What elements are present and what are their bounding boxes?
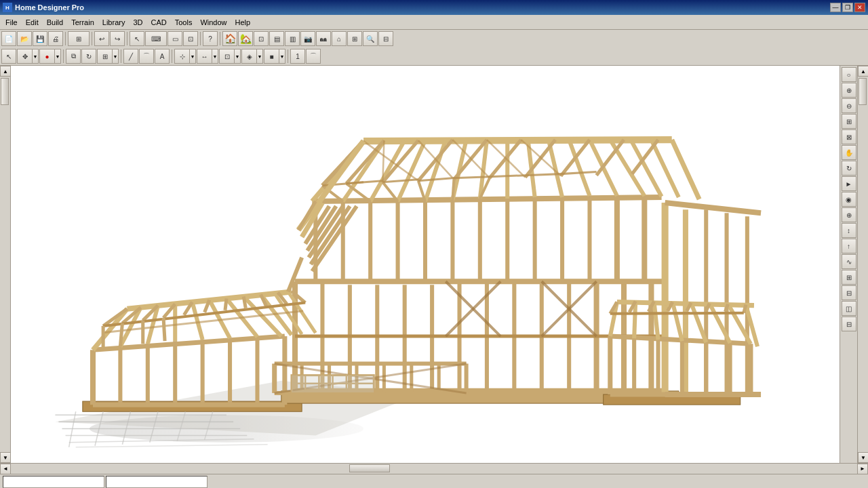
menu-window[interactable]: Window [196,17,231,28]
t-zoom[interactable]: ⊡ [219,49,234,64]
zoom-out-button[interactable]: ⊖ [842,98,856,113]
house2-button[interactable]: 🏘 [316,31,331,46]
walk-button[interactable]: ► [842,176,856,191]
roof2-button[interactable]: ⊟ [842,317,856,331]
t-circle[interactable]: ● [39,49,54,64]
vscroll-thumb2[interactable] [859,78,867,105]
t-move-arrow[interactable]: ▼ [32,49,39,64]
t-wave[interactable]: ⌒ [306,49,321,64]
detail-button[interactable]: 🔍 [363,31,378,46]
t-color-arrow[interactable]: ▼ [279,49,285,64]
t-line[interactable]: ╱ [123,49,138,64]
app-icon: H [3,3,12,12]
floor2-button[interactable]: ⊟ [842,285,856,300]
t-grid-dropdown: ⊞ ▼ [97,49,119,64]
room-button[interactable]: ⊡ [183,31,198,46]
status-field-2 [106,476,208,488]
look-button[interactable]: ↕ [842,223,856,238]
vscroll-thumb[interactable] [1,78,9,105]
fit-screen-button[interactable]: ⊞ [842,114,856,129]
vscroll-up-button[interactable]: ▲ [0,66,11,77]
menu-build[interactable]: Build [43,17,67,28]
print-button[interactable]: 🖨 [48,31,63,46]
camera2-button[interactable]: ⊕ [842,207,856,222]
t-color[interactable]: ■ [264,49,279,64]
t-dim-arrow[interactable]: ▼ [212,49,218,64]
t-move[interactable]: ✥ [17,49,32,64]
t-circle-arrow[interactable]: ▼ [54,49,61,64]
open-button[interactable]: 📂 [17,31,32,46]
t-zoom-arrow[interactable]: ▼ [234,49,241,64]
orbit-button[interactable]: ↻ [842,161,856,176]
minimize-button[interactable]: — [830,3,841,12]
vscroll-down2-button[interactable]: ▼ [858,452,868,463]
camera-button[interactable]: 📷 [300,31,315,46]
t-snap[interactable]: ⊹ [174,49,189,64]
svg-line-87 [526,174,561,176]
svg-line-169 [610,313,744,314]
t-grid-arrow[interactable]: ▼ [112,49,119,64]
restore-button[interactable]: ❐ [842,3,853,12]
menu-file[interactable]: File [1,17,22,28]
hscroll-right-button[interactable]: ► [857,464,868,474]
house-ext-button[interactable]: 🏠 [222,31,237,46]
hscroll-thumb[interactable] [349,464,390,472]
view-circle-button[interactable]: ○ [842,67,856,82]
t-grid[interactable]: ⊞ [97,49,112,64]
arch-button[interactable]: ⌨ [145,31,167,46]
wall2-button[interactable]: ◫ [842,301,856,316]
section-button[interactable]: ▥ [285,31,300,46]
wave-button[interactable]: ∿ [842,254,856,269]
plan-view-button[interactable]: ⊞ [68,31,90,46]
vscroll-down-button[interactable]: ▼ [0,452,11,463]
roof-view-button[interactable]: ⌂ [332,31,347,46]
t-layer[interactable]: ◈ [241,49,256,64]
t-num[interactable]: 1 [290,49,305,64]
floor-plan-button[interactable]: ⊡ [254,31,269,46]
zoom-in-button[interactable]: ⊕ [842,83,856,98]
menu-terrain[interactable]: Terrain [67,17,98,28]
right-sidebar: ○ ⊕ ⊖ ⊞ ⊠ ✋ ↻ ► ◉ ⊕ ↕ ↑ ∿ ⊞ ⊟ ◫ ⊟ [840,66,857,463]
extents-button[interactable]: ⊠ [842,129,856,144]
menu-tools[interactable]: Tools [171,17,197,28]
layout-button[interactable]: ⊟ [378,31,393,46]
t-rotate[interactable]: ↻ [81,49,96,64]
dolly-button[interactable]: ◉ [842,192,856,207]
close-button[interactable]: ✕ [854,3,865,12]
t-text[interactable]: A [155,49,170,64]
t-copy[interactable]: ⧉ [66,49,81,64]
statusbar [0,474,868,488]
undo-button[interactable]: ↩ [94,31,109,46]
menu-edit[interactable]: Edit [22,17,43,28]
t-layer-arrow[interactable]: ▼ [256,49,263,64]
t-layer-dropdown: ◈ ▼ [241,49,263,64]
menu-cad[interactable]: CAD [146,17,170,28]
t-arc[interactable]: ⌒ [139,49,154,64]
new-button[interactable]: 📄 [1,31,16,46]
elevation-button[interactable]: ▤ [269,31,284,46]
pan-tool-button[interactable]: ✋ [842,145,856,160]
menu-3d[interactable]: 3D [129,17,146,28]
move-up-button[interactable]: ↑ [842,239,856,253]
framing-button[interactable]: ⊞ [347,31,362,46]
t-snap-dropdown: ⊹ ▼ [174,49,196,64]
vscroll-track2 [858,77,868,452]
grid2-button[interactable]: ⊞ [842,270,856,285]
menu-help[interactable]: Help [231,17,255,28]
sep3 [127,32,127,45]
vscrollbar-left: ▲ ▼ [0,66,11,463]
t-snap-arrow[interactable]: ▼ [189,49,196,64]
wall-button[interactable]: ▭ [167,31,182,46]
pointer-button[interactable]: ↖ [130,31,144,46]
house-int-button[interactable]: 🏡 [238,31,253,46]
save-button[interactable]: 💾 [33,31,47,46]
help-button[interactable]: ? [203,31,218,46]
menu-library[interactable]: Library [98,17,130,28]
vscroll-up2-button[interactable]: ▲ [858,66,868,77]
t-select[interactable]: ↖ [1,49,16,64]
hscroll-left-button[interactable]: ◄ [0,464,11,474]
redo-button[interactable]: ↪ [110,31,125,46]
t-dimension[interactable]: ↔ [197,49,212,64]
sep2 [92,32,92,45]
t-dim-dropdown: ↔ ▼ [197,49,218,64]
